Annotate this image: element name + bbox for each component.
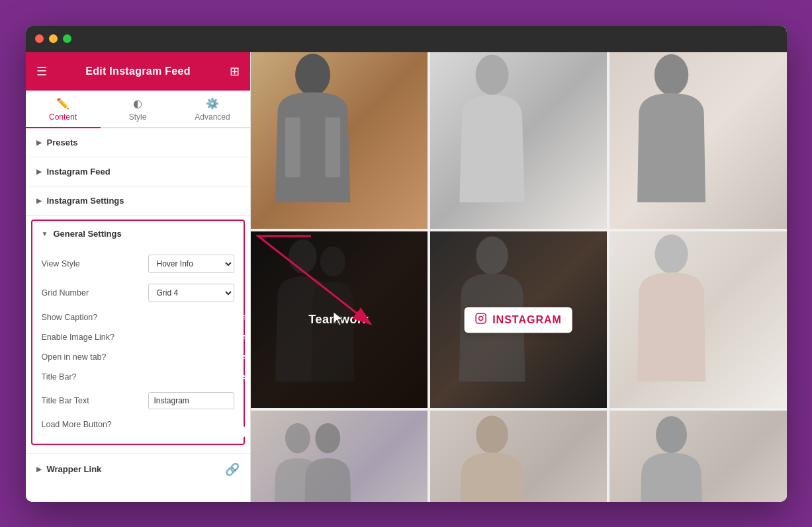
svg-point-10 (484, 315, 485, 316)
view-style-select[interactable]: Hover Info Caption Below No Caption (148, 255, 234, 273)
grid-number-row: Grid Number Grid 2 Grid 3 Grid 4 Grid 5 (42, 278, 234, 307)
svg-point-14 (476, 416, 508, 454)
minimize-button[interactable] (49, 34, 58, 43)
photo-cell-2 (430, 52, 607, 229)
hover-caption: Teamwork (308, 313, 369, 327)
view-style-row: View Style Hover Info Caption Below No C… (42, 249, 234, 278)
maximize-button[interactable] (63, 34, 71, 43)
traffic-lights (35, 34, 71, 43)
grid-icon[interactable]: ⊞ (230, 64, 240, 79)
general-settings-label: General Settings (53, 229, 121, 239)
general-settings-arrow: ▼ (42, 230, 48, 237)
instagram-badge: INSTAGRAM (465, 307, 572, 333)
instagram-settings-header[interactable]: ▶ Instagram Settings (26, 186, 250, 215)
load-more-row: Load More Button? NO (42, 415, 234, 434)
titlebar (26, 26, 787, 52)
tab-advanced-label: Advanced (195, 112, 230, 122)
presets-label: Presets (47, 138, 78, 147)
style-tab-icon: ◐ (133, 97, 142, 110)
svg-rect-8 (476, 313, 486, 323)
presets-header[interactable]: ▶ Presets (26, 128, 250, 157)
link-icon: 🔗 (225, 462, 240, 477)
enable-image-link-label: Enable Image Link? (42, 333, 234, 342)
photo-cell-4: Teamwork (251, 231, 428, 408)
photo-cell-8 (430, 411, 607, 501)
title-bar-label: Title Bar? (42, 372, 234, 382)
photo-grid: Teamwork (251, 52, 787, 502)
general-settings-section: ▼ General Settings View Style Hover Info… (31, 220, 245, 445)
photo-cell-5: INSTAGRAM (430, 231, 607, 408)
content-tab-icon: ✏️ (56, 97, 69, 110)
enable-image-yes-label: YES (238, 334, 250, 341)
svg-point-4 (654, 54, 689, 95)
advanced-tab-icon: ⚙️ (206, 97, 219, 110)
instagram-feed-label: Instagram Feed (47, 167, 111, 177)
svg-point-3 (475, 54, 508, 95)
photo-cell-9 (609, 411, 786, 501)
grid-number-label: Grid Number (42, 288, 148, 298)
general-settings-header[interactable]: ▼ General Settings (32, 221, 244, 247)
svg-point-7 (476, 236, 508, 274)
app-body: ☰ Edit Instagram Feed ⊞ ✏️ Content ◐ Sty… (26, 52, 787, 502)
title-bar-text-row: Title Bar Text (42, 387, 234, 415)
open-new-tab-label: Open in new tab? (42, 352, 234, 362)
wrapper-link-section: ▶ Wrapper Link 🔗 (26, 453, 250, 485)
instagram-feed-header[interactable]: ▶ Instagram Feed (26, 157, 250, 186)
tab-style[interactable]: ◐ Style (101, 91, 175, 128)
instagram-feed-arrow: ▶ (36, 168, 42, 175)
presets-section: ▶ Presets (26, 128, 250, 157)
open-new-tab-yes-label: YES (238, 354, 250, 360)
sidebar-header: ☰ Edit Instagram Feed ⊞ (26, 52, 250, 91)
hamburger-icon[interactable]: ☰ (36, 64, 47, 79)
tab-content-label: Content (49, 112, 77, 122)
sidebar-tabs: ✏️ Content ◐ Style ⚙️ Advanced (26, 91, 250, 128)
instagram-settings-section: ▶ Instagram Settings (26, 186, 250, 216)
show-caption-yes-label: YES (238, 314, 250, 321)
grid-number-select[interactable]: Grid 2 Grid 3 Grid 4 Grid 5 (148, 284, 234, 302)
svg-point-13 (315, 423, 340, 453)
view-style-label: View Style (42, 259, 148, 268)
tab-style-label: Style (129, 112, 147, 122)
svg-point-15 (656, 417, 687, 454)
open-new-tab-row: Open in new tab? YES (42, 347, 234, 367)
show-caption-row: Show Caption? YES (42, 307, 234, 327)
svg-point-11 (655, 234, 688, 273)
load-more-label: Load More Button? (42, 420, 234, 429)
sidebar-title: Edit Instagram Feed (85, 65, 191, 77)
photo-cell-3 (609, 52, 786, 229)
general-settings-body: View Style Hover Info Caption Below No C… (32, 247, 244, 444)
svg-point-12 (285, 423, 310, 453)
photo-cell-6 (609, 231, 786, 408)
svg-rect-2 (325, 117, 340, 177)
tab-advanced[interactable]: ⚙️ Advanced (175, 91, 250, 128)
photo-cell-7 (251, 411, 428, 501)
title-bar-text-label: Title Bar Text (42, 396, 148, 405)
instagram-feed-section: ▶ Instagram Feed (26, 157, 250, 186)
svg-point-0 (295, 54, 330, 96)
tab-content[interactable]: ✏️ Content (26, 91, 101, 128)
show-caption-label: Show Caption? (42, 313, 234, 322)
instagram-badge-text: INSTAGRAM (492, 314, 562, 326)
instagram-settings-arrow: ▶ (36, 197, 42, 204)
title-bar-yes-label: YES (238, 374, 250, 380)
presets-arrow: ▶ (36, 139, 42, 146)
main-content: Teamwork (251, 52, 787, 502)
close-button[interactable] (35, 34, 44, 43)
svg-rect-1 (285, 117, 300, 177)
instagram-settings-label: Instagram Settings (47, 196, 124, 206)
sidebar: ☰ Edit Instagram Feed ⊞ ✏️ Content ◐ Sty… (26, 52, 251, 502)
wrapper-link-label: Wrapper Link (47, 464, 102, 474)
title-bar-text-input[interactable] (148, 392, 234, 409)
photo-cell-1 (251, 52, 428, 229)
enable-image-link-row: Enable Image Link? YES (42, 327, 234, 347)
title-bar-row: Title Bar? YES (42, 367, 234, 387)
svg-point-9 (479, 316, 483, 320)
app-window: ☰ Edit Instagram Feed ⊞ ✏️ Content ◐ Sty… (26, 26, 787, 502)
hover-overlay: Teamwork (251, 231, 428, 408)
instagram-logo-icon (475, 312, 487, 327)
